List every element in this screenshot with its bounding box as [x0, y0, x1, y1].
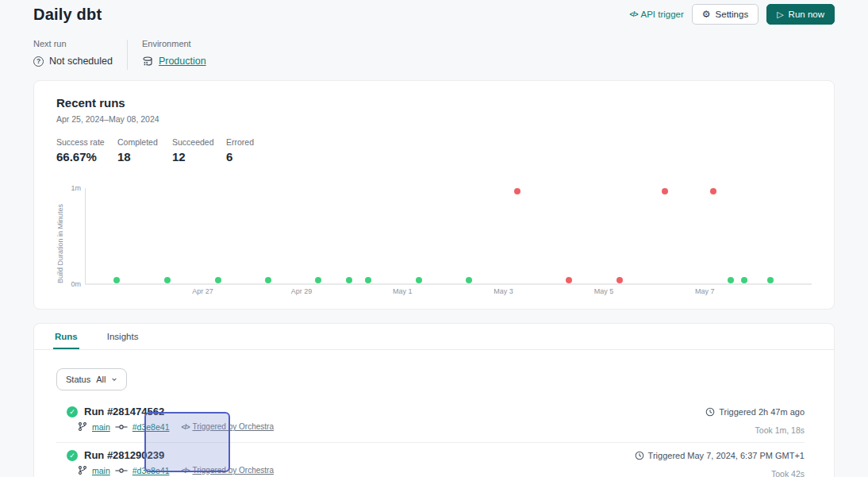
- recent-runs-date-range: Apr 25, 2024–May 08, 2024: [56, 114, 812, 124]
- environment-value: Production: [142, 56, 206, 67]
- runs-tabbar: Runs Insights: [34, 324, 834, 350]
- stat-label: Success rate: [56, 137, 117, 147]
- stat-succeeded: Succeeded 12: [172, 137, 226, 163]
- stat-value: 12: [172, 150, 226, 163]
- chart-plot-outer: 1m 0m Apr 27Apr 29May 1May 3May 5May 7: [85, 188, 812, 296]
- header-actions: </> API trigger ⚙ Settings ▷ Run now: [629, 4, 835, 25]
- build-duration-chart: Build Duration in Minutes 1m 0m Apr 27Ap…: [56, 188, 812, 299]
- stat-value: 66.67%: [56, 150, 117, 163]
- play-icon: ▷: [777, 10, 783, 19]
- next-run-block: Next run ? Not scheduled: [33, 39, 113, 70]
- gear-icon: ⚙: [702, 10, 711, 19]
- runs-list: ✓ Run #281474562 main: [56, 399, 805, 477]
- recent-runs-title: Recent runs: [56, 96, 812, 110]
- chart-xtick-label: May 7: [695, 287, 715, 295]
- next-run-text: Not scheduled: [49, 56, 113, 67]
- job-meta: Next run ? Not scheduled Environment: [33, 39, 835, 70]
- branch-link[interactable]: main: [92, 466, 110, 475]
- settings-button[interactable]: ⚙ Settings: [692, 4, 759, 25]
- git-branch-icon: [78, 465, 87, 475]
- run-row-right: Triggered 2h 47m ago Took 1m, 18s: [705, 406, 805, 435]
- job-page: Daily dbt </> API trigger ⚙ Settings ▷ R…: [0, 0, 868, 477]
- help-circle-icon: ?: [33, 56, 44, 67]
- status-filter-value: All: [96, 375, 106, 384]
- clock-icon: [705, 407, 715, 417]
- chart-ytick-max: 1m: [71, 184, 81, 192]
- stat-errored: Errored 6: [226, 137, 254, 163]
- run-took-text: Took 42s: [635, 469, 805, 477]
- chart-xticks: Apr 27Apr 29May 1May 3May 5May 7: [85, 283, 812, 296]
- environment-link[interactable]: Production: [159, 56, 206, 67]
- stat-success-rate: Success rate 66.67%: [56, 137, 117, 163]
- chart-point: [710, 188, 716, 194]
- environment-label: Environment: [142, 39, 206, 48]
- chart-xtick-label: May 5: [594, 287, 614, 295]
- runs-card: Runs Insights Status All ✓ Run #28147456…: [33, 323, 835, 477]
- clock-icon: [635, 451, 644, 460]
- status-filter-label: Status: [66, 375, 90, 384]
- run-now-button[interactable]: ▷ Run now: [766, 4, 835, 25]
- api-trigger-label: API trigger: [640, 10, 683, 19]
- git-branch-icon: [78, 421, 87, 432]
- chart-xtick-label: Apr 29: [291, 287, 313, 295]
- environment-icon: [142, 56, 153, 67]
- page-header: Daily dbt </> API trigger ⚙ Settings ▷ R…: [33, 2, 835, 27]
- run-took-text: Took 1m, 18s: [705, 425, 805, 435]
- chart-xtick-label: May 1: [393, 287, 413, 295]
- tab-insights[interactable]: Insights: [106, 324, 140, 349]
- chart-xtick-label: Apr 27: [192, 287, 213, 295]
- stats-row: Success rate 66.67% Completed 18 Succeed…: [56, 137, 812, 163]
- next-run-value: ? Not scheduled: [33, 56, 113, 67]
- check-circle-icon: ✓: [67, 450, 78, 461]
- chevron-down-icon: [111, 376, 117, 383]
- branch-link[interactable]: main: [92, 422, 110, 432]
- stat-label: Succeeded: [172, 137, 226, 147]
- environment-block: Environment Production: [142, 39, 206, 70]
- check-circle-icon: ✓: [67, 406, 78, 417]
- chart-ytick-min: 0m: [71, 280, 81, 288]
- meta-divider: [127, 40, 128, 70]
- stat-label: Completed: [117, 137, 172, 147]
- commit-icon: [115, 467, 128, 475]
- api-trigger-link[interactable]: </> API trigger: [629, 10, 683, 19]
- chart-plot: 1m 0m: [85, 188, 812, 283]
- chart-point: [514, 188, 520, 194]
- stat-completed: Completed 18: [117, 137, 172, 163]
- commit-icon: [115, 423, 128, 431]
- status-filter-dropdown[interactable]: Status All: [56, 368, 127, 390]
- chart-xtick-label: May 3: [494, 287, 513, 295]
- run-triggered-text: Triggered 2h 47m ago: [719, 407, 805, 417]
- chart-y-axis-label: Build Duration in Minutes: [56, 188, 64, 283]
- stat-value: 6: [226, 150, 254, 163]
- chart-point: [662, 188, 668, 194]
- next-run-label: Next run: [33, 39, 113, 48]
- code-icon: </>: [629, 10, 637, 18]
- recent-runs-card: Recent runs Apr 25, 2024–May 08, 2024 Su…: [33, 80, 835, 310]
- run-triggered-text: Triggered May 7, 2024, 6:37 PM GMT+1: [648, 451, 805, 460]
- tab-runs[interactable]: Runs: [53, 324, 79, 349]
- stat-label: Errored: [226, 137, 254, 147]
- run-now-label: Run now: [789, 10, 824, 19]
- settings-label: Settings: [716, 10, 749, 19]
- annotation-highlight-box: [144, 412, 230, 472]
- stat-value: 18: [117, 150, 172, 163]
- run-row-right: Triggered May 7, 2024, 6:37 PM GMT+1 Too…: [635, 449, 805, 477]
- page-title: Daily dbt: [33, 6, 102, 24]
- runs-content: Status All ✓ Run #281474562: [34, 350, 834, 477]
